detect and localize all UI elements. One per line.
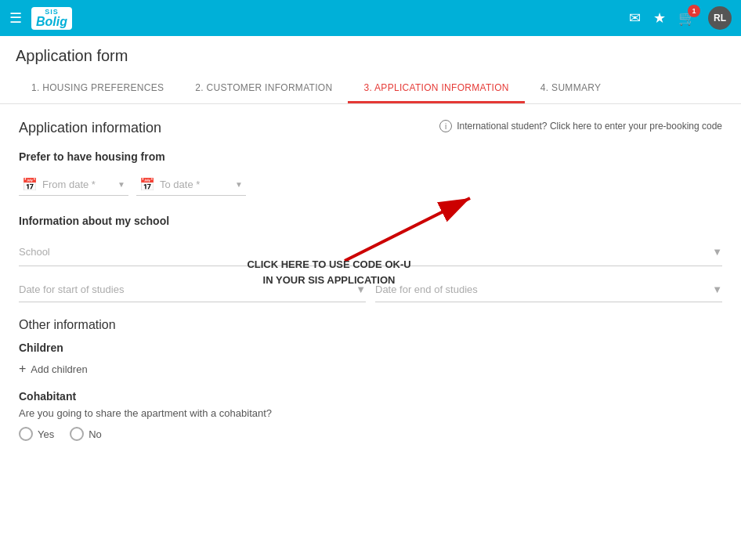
radio-circle-yes [19,427,33,441]
to-date-field[interactable]: 📅 To date * ▼ [136,174,246,196]
end-studies-placeholder: Date for end of studies [375,284,478,295]
start-studies-arrow-icon: ▼ [356,284,366,295]
main-content: Application information i International … [0,104,741,560]
cart-icon[interactable]: 🛒 1 [678,9,696,27]
cohabitant-title: Cohabitant [19,390,722,403]
children-label: Children [19,341,722,354]
page-header: Application form 1. HOUSING PREFERENCES … [0,36,741,104]
logo-bolig-text: Bolig [36,16,67,28]
study-dates-row: Date for start of studies ▼ Date for end… [19,277,722,302]
school-section: Information about my school School ▼ Dat… [19,215,722,302]
school-placeholder: School [19,246,50,258]
avatar[interactable]: RL [708,6,732,30]
radio-no[interactable]: No [70,427,102,441]
radio-circle-no [70,427,84,441]
page-title: Application form [16,47,725,65]
nav-right: ✉ ★ 🛒 1 RL [629,6,732,30]
cohabitant-question: Are you going to share the apartment wit… [19,407,722,419]
tab-customer-information[interactable]: 2. CUSTOMER INFORMATION [179,74,348,103]
mail-icon[interactable]: ✉ [629,9,641,27]
star-icon[interactable]: ★ [653,9,666,27]
intl-student-text: International student? Click here to ent… [457,121,722,132]
nav-left: ☰ SIS Bolig [9,7,72,30]
add-children-label: Add children [31,363,87,375]
to-date-placeholder: To date * [160,179,230,190]
info-icon: i [439,120,452,132]
end-studies-arrow-icon: ▼ [712,284,722,295]
tab-housing-preferences[interactable]: 1. HOUSING PREFERENCES [16,74,179,103]
to-date-arrow-icon: ▼ [235,180,243,189]
start-studies-placeholder: Date for start of studies [19,284,124,295]
start-studies-field[interactable]: Date for start of studies ▼ [19,277,366,302]
top-navigation: ☰ SIS Bolig ✉ ★ 🛒 1 RL [0,0,741,36]
plus-icon: + [19,362,26,376]
tab-summary[interactable]: 4. SUMMARY [525,74,616,103]
tab-bar: 1. HOUSING PREFERENCES 2. CUSTOMER INFOR… [16,74,725,103]
from-date-placeholder: From date * [42,179,113,190]
cart-badge: 1 [688,5,700,17]
school-dropdown-arrow-icon: ▼ [712,246,722,258]
housing-from-label: Prefer to have housing from [19,150,722,163]
from-date-arrow-icon: ▼ [117,180,125,189]
school-section-title: Information about my school [19,215,722,227]
other-info-title: Other information [19,318,722,332]
other-section: Other information Children + Add childre… [19,318,722,441]
intl-student-link[interactable]: i International student? Click here to e… [439,120,722,132]
calendar-icon-to: 📅 [139,177,155,192]
calendar-icon-from: 📅 [22,177,38,192]
tab-application-information[interactable]: 3. APPLICATION INFORMATION [348,74,524,103]
no-label: No [89,428,102,440]
cohabitant-radio-group: Yes No [19,427,722,441]
add-children-button[interactable]: + Add children [19,362,722,376]
school-dropdown[interactable]: School ▼ [19,238,722,266]
from-date-field[interactable]: 📅 From date * ▼ [19,174,128,196]
logo[interactable]: SIS Bolig [31,7,72,30]
yes-label: Yes [38,428,54,440]
end-studies-field[interactable]: Date for end of studies ▼ [375,277,722,302]
radio-yes[interactable]: Yes [19,427,54,441]
hamburger-menu-icon[interactable]: ☰ [9,9,22,27]
date-row: 📅 From date * ▼ 📅 To date * ▼ [19,174,722,196]
